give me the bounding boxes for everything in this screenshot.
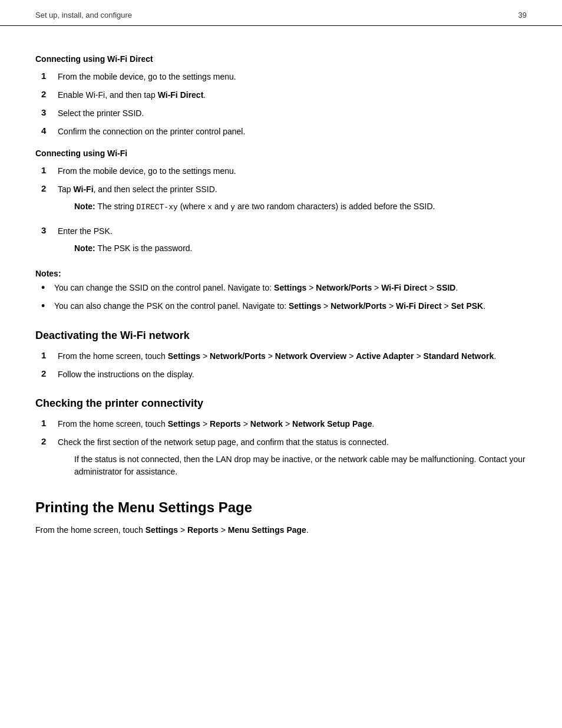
printing-menu-para: From the home screen, touch Settings > R… (35, 524, 527, 536)
step-num: 2 (41, 368, 55, 378)
section-connecting-wifi-direct: Connecting using Wi-Fi Direct 1 From the… (35, 54, 527, 138)
bullet-icon: • (41, 282, 52, 295)
section-connecting-wifi: Connecting using Wi-Fi 1 From the mobile… (35, 149, 527, 313)
step-sub-para: If the status is not connected, then the… (74, 453, 527, 478)
step-wifi-direct-4: 4 Confirm the connection on the printer … (35, 126, 527, 138)
heading-deactivating-wifi: Deactivating the Wi-Fi network (35, 330, 527, 342)
step-check-1: 1 From the home screen, touch Settings >… (35, 418, 527, 430)
step-num: 2 (41, 183, 55, 193)
page-content: Connecting using Wi-Fi Direct 1 From the… (0, 26, 562, 566)
wifi-note-2: • You can also change the PSK on the con… (41, 300, 527, 313)
step-num: 2 (41, 89, 55, 99)
step-text: Enable Wi-Fi, and then tap Wi-Fi Direct. (58, 89, 206, 101)
step-num: 1 (41, 165, 55, 175)
step-deactivate-2: 2 Follow the instructions on the display… (35, 368, 527, 381)
step-wifi-3: 3 Enter the PSK. Note: The PSK is the pa… (35, 225, 527, 261)
wifi-note-1: • You can change the SSID on the control… (41, 282, 527, 295)
steps-checking: 1 From the home screen, touch Settings >… (35, 418, 527, 478)
steps-wifi-direct: 1 From the mobile device, go to the sett… (35, 71, 527, 138)
note-wifi-3: Note: The PSK is the password. (74, 242, 193, 255)
heading-checking-connectivity: Checking the printer connectivity (35, 397, 527, 410)
steps-deactivating: 1 From the home screen, touch Settings >… (35, 350, 527, 381)
step-check-2: 2 Check the first section of the network… (35, 436, 527, 478)
heading-connecting-wifi-direct: Connecting using Wi-Fi Direct (35, 54, 527, 64)
section-checking-connectivity: Checking the printer connectivity 1 From… (35, 397, 527, 478)
step-wifi-direct-1: 1 From the mobile device, go to the sett… (35, 71, 527, 83)
section-deactivating-wifi: Deactivating the Wi-Fi network 1 From th… (35, 330, 527, 381)
bullet-icon: • (41, 300, 52, 313)
step-text: Confirm the connection on the printer co… (58, 126, 245, 138)
step-text: Select the printer SSID. (58, 107, 144, 120)
step-wifi-direct-3: 3 Select the printer SSID. (35, 107, 527, 120)
step-num: 2 (41, 436, 55, 446)
step-text: Check the first section of the network s… (58, 436, 527, 478)
wifi-note-text: You can change the SSID on the control p… (54, 282, 458, 294)
wifi-note-text: You can also change the PSK on the contr… (54, 300, 485, 312)
step-wifi-direct-2: 2 Enable Wi-Fi, and then tap Wi-Fi Direc… (35, 89, 527, 101)
step-text: From the mobile device, go to the settin… (58, 165, 236, 177)
step-text: Follow the instructions on the display. (58, 368, 194, 381)
note-label: Note: (74, 202, 95, 211)
steps-wifi: 1 From the mobile device, go to the sett… (35, 165, 527, 261)
step-num: 3 (41, 225, 55, 235)
step-wifi-2: 2 Tap Wi-Fi, and then select the printer… (35, 183, 527, 219)
page: Set up, install, and configure 39 Connec… (0, 0, 562, 728)
heading-connecting-wifi: Connecting using Wi-Fi (35, 149, 527, 158)
step-text: Tap Wi-Fi, and then select the printer S… (58, 183, 435, 219)
header-title: Set up, install, and configure (35, 11, 132, 19)
step-num: 1 (41, 350, 55, 360)
step-text: From the mobile device, go to the settin… (58, 71, 236, 83)
note-wifi-2: Note: The string DIRECT-xy (where x and … (74, 200, 435, 213)
step-text: From the home screen, touch Settings > R… (58, 418, 374, 430)
step-text: From the home screen, touch Settings > N… (58, 350, 496, 363)
step-num: 3 (41, 107, 55, 117)
step-wifi-1: 1 From the mobile device, go to the sett… (35, 165, 527, 177)
page-header: Set up, install, and configure 39 (0, 0, 562, 26)
heading-printing-menu: Printing the Menu Settings Page (35, 499, 527, 516)
notes-header: Notes: (35, 269, 527, 278)
note-label: Note: (74, 243, 95, 253)
step-deactivate-1: 1 From the home screen, touch Settings >… (35, 350, 527, 363)
section-printing-menu: Printing the Menu Settings Page From the… (35, 499, 527, 536)
step-num: 1 (41, 71, 55, 81)
wifi-notes-list: • You can change the SSID on the control… (41, 282, 527, 313)
step-text: Enter the PSK. Note: The PSK is the pass… (58, 225, 193, 261)
header-page-number: 39 (518, 11, 527, 19)
step-num: 1 (41, 418, 55, 428)
step-num: 4 (41, 126, 55, 136)
